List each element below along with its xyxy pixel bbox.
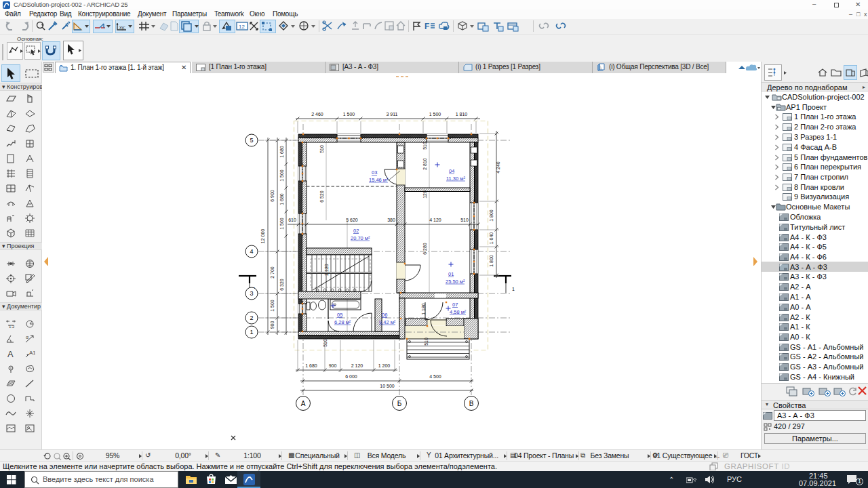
svg-text:1 200: 1 200 <box>378 363 391 368</box>
svg-text:01: 01 <box>448 271 454 277</box>
svg-text:3 911: 3 911 <box>387 112 398 117</box>
svg-text:1 680: 1 680 <box>279 193 284 205</box>
svg-text:1 180: 1 180 <box>421 303 426 315</box>
svg-text:900: 900 <box>329 363 337 368</box>
svg-text:20,70 м²: 20,70 м² <box>351 235 370 241</box>
svg-text:A: A <box>7 349 14 359</box>
svg-text:6 520: 6 520 <box>319 190 324 203</box>
svg-text:1 040: 1 040 <box>489 232 494 245</box>
svg-text:6 000: 6 000 <box>345 374 357 379</box>
svg-text:1.2: 1.2 <box>9 325 15 329</box>
svg-text:A1: A1 <box>29 350 35 356</box>
svg-text:F: F <box>425 22 429 31</box>
svg-text:4 120: 4 120 <box>429 218 441 222</box>
svg-text:120: 120 <box>422 190 427 199</box>
svg-text:1 680: 1 680 <box>279 146 284 158</box>
svg-text:1 500: 1 500 <box>270 300 275 312</box>
svg-text:3: 3 <box>250 290 253 297</box>
svg-text:12: 12 <box>239 24 245 30</box>
svg-text:1: 1 <box>250 329 253 336</box>
svg-text:2 460: 2 460 <box>311 112 323 117</box>
svg-text:1 680: 1 680 <box>305 363 317 368</box>
svg-text:03: 03 <box>372 169 377 176</box>
svg-text:2: 2 <box>250 314 253 321</box>
svg-text:4,58 м²: 4,58 м² <box>450 309 467 315</box>
svg-text:1 500: 1 500 <box>343 112 355 117</box>
svg-text:5 620: 5 620 <box>346 218 358 222</box>
svg-text:1 500: 1 500 <box>429 112 441 117</box>
svg-text:15,46 м²: 15,46 м² <box>369 177 389 183</box>
svg-text:2 810: 2 810 <box>422 158 427 170</box>
svg-text:4: 4 <box>250 248 253 255</box>
svg-text:6 280: 6 280 <box>422 243 427 255</box>
svg-text:1 800: 1 800 <box>489 255 494 267</box>
svg-text:2 700: 2 700 <box>270 266 275 279</box>
svg-text:04: 04 <box>449 168 454 174</box>
svg-text:510: 510 <box>422 142 427 150</box>
svg-text:10 500: 10 500 <box>380 384 395 388</box>
svg-text:1 810: 1 810 <box>456 112 468 117</box>
svg-text:05: 05 <box>337 312 342 318</box>
svg-text:510: 510 <box>460 218 469 222</box>
svg-text:2 120: 2 120 <box>324 264 329 276</box>
svg-text:А: А <box>301 400 306 407</box>
svg-text:xy:: xy: <box>119 25 125 30</box>
svg-text:5: 5 <box>250 137 253 144</box>
svg-text:07: 07 <box>452 302 458 308</box>
svg-text:1 800: 1 800 <box>489 209 494 222</box>
svg-text:900: 900 <box>270 321 275 329</box>
svg-text:6,28 м²: 6,28 м² <box>334 319 351 325</box>
svg-text:Б: Б <box>397 400 402 407</box>
svg-text:α: α <box>26 335 28 340</box>
svg-text:1: 1 <box>512 287 515 291</box>
svg-text:4 500: 4 500 <box>429 374 441 379</box>
svg-text:9,42 м²: 9,42 м² <box>379 319 396 325</box>
svg-text:В: В <box>469 400 474 407</box>
svg-text:6 320: 6 320 <box>279 279 284 291</box>
svg-text:1 500: 1 500 <box>279 218 284 230</box>
svg-text:6 900: 6 900 <box>270 190 275 202</box>
svg-text:610: 610 <box>288 218 296 222</box>
svg-text:25,50 м²: 25,50 м² <box>446 279 465 285</box>
svg-text:4 240: 4 240 <box>496 161 500 174</box>
svg-text:02: 02 <box>353 228 359 234</box>
svg-text:1 500: 1 500 <box>279 169 284 182</box>
svg-text:510: 510 <box>319 145 324 153</box>
svg-text:380: 380 <box>387 218 395 222</box>
svg-text:11,30 м²: 11,30 м² <box>446 176 465 182</box>
svg-text:510: 510 <box>323 339 328 347</box>
svg-text:510: 510 <box>424 338 429 346</box>
svg-text:06: 06 <box>382 312 387 318</box>
svg-text:12 000: 12 000 <box>260 229 265 244</box>
svg-text:2 120: 2 120 <box>351 363 363 368</box>
